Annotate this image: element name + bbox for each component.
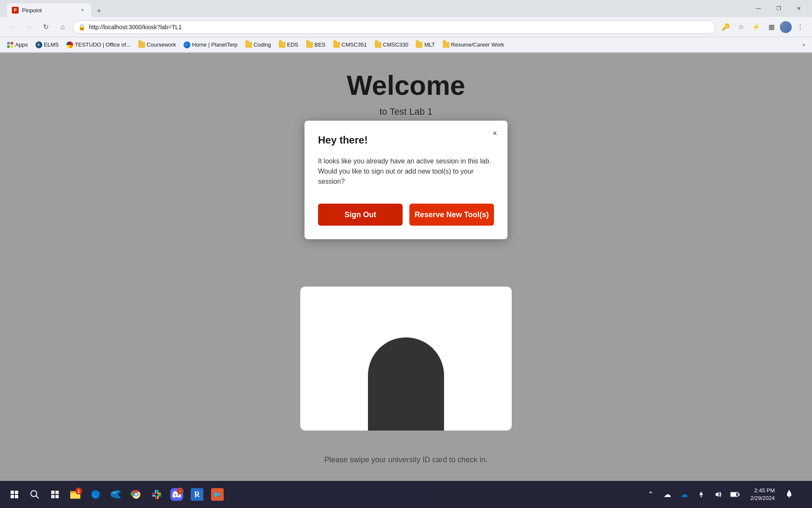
chrome-button[interactable] [127,485,145,504]
cmsc351-folder-icon [333,42,340,48]
extensions-icon[interactable]: ⚡ [749,20,763,34]
slack-button[interactable] [147,485,166,504]
chrome-icon [130,489,142,500]
security-icon: 🔒 [78,24,85,30]
coursework-folder-icon [138,42,145,48]
svg-line-5 [36,496,38,498]
bookmarks-more-button[interactable]: » [799,40,809,50]
discord-badge: 🔕 [177,488,184,494]
bookmark-cmsc351-label: CMSC351 [342,41,367,48]
system-clock[interactable]: 2:45 PM 2/29/2024 [747,485,778,504]
svg-rect-8 [51,495,55,498]
show-desktop-button[interactable] [800,485,807,504]
bookmark-resume[interactable]: Resume/Career Work [439,40,508,50]
svg-rect-25 [152,495,156,497]
mlt-folder-icon [416,42,422,48]
tab-close-button[interactable]: × [79,6,86,14]
back-button[interactable]: ← [5,20,19,34]
modal-dialog: × Hey there! It looks like you already h… [304,121,508,239]
vscode-icon [110,489,122,500]
split-view-icon[interactable]: ▦ [765,20,778,34]
bookmark-planetterp[interactable]: Home | PlanetTerp [180,40,241,50]
modal-buttons: Sign Out Reserve New Tool(s) [318,204,494,226]
bookmarks-bar: Apps E ELMS TESTUDO | Office of... Cours… [0,37,812,52]
bookmark-coding[interactable]: Coding [242,40,274,50]
taskbar-search-button[interactable] [25,485,44,504]
coding-folder-icon [245,42,252,48]
start-button[interactable] [5,485,24,504]
bookmark-apps[interactable]: Apps [3,40,31,50]
edge-icon [90,489,102,500]
sign-out-button[interactable]: Sign Out [318,204,403,226]
svg-point-33 [788,490,790,492]
notification-button[interactable] [780,485,798,504]
bookmark-testudo-label: TESTUDO | Office of... [75,41,131,48]
password-icon[interactable]: 🔑 [719,20,732,34]
url-display: http://localhost:3000/kiosk?lab=TL1 [89,24,710,30]
clock-time: 2:45 PM [750,487,775,494]
menu-button[interactable]: ⋮ [793,20,807,34]
task-view-button[interactable] [46,485,64,504]
svg-rect-12 [70,491,74,493]
reserve-tools-button[interactable]: Reserve New Tool(s) [409,204,494,226]
new-tab-button[interactable]: + [93,5,105,17]
battery-icon[interactable] [728,488,742,501]
network-icon[interactable] [694,488,708,501]
reload-button[interactable]: ↻ [39,20,52,34]
window-controls: — ❐ ✕ [749,2,809,15]
discord-button[interactable]: 🔕 [167,485,186,504]
bookmark-bes-label: BES [315,41,326,48]
testudo-favicon [66,41,73,48]
r-button[interactable]: R [188,485,206,504]
svg-rect-9 [55,495,59,498]
bookmark-bes[interactable]: BES [303,40,329,50]
bookmark-coursework[interactable]: Coursework [135,40,179,50]
file-explorer-button[interactable]: 1 [66,485,85,504]
title-bar: P Pinpoint × + — ❐ ✕ [0,0,812,17]
bookmark-apps-label: Apps [15,41,28,48]
vscode-button[interactable] [107,485,125,504]
bookmark-planetterp-label: Home | PlanetTerp [192,41,237,48]
start-icon [11,491,18,498]
bookmark-testudo[interactable]: TESTUDO | Office of... [63,40,134,50]
bes-folder-icon [306,42,313,48]
cloud-icon[interactable]: ☁ [661,488,674,501]
r-icon: R [191,488,203,501]
volume-icon[interactable] [711,488,725,501]
svg-marker-29 [716,492,719,497]
modal-body: It looks like you already have an active… [318,156,494,187]
bookmark-cmsc351[interactable]: CMSC351 [330,40,370,50]
forward-button[interactable]: → [22,20,36,34]
bookmark-cmsc330-label: CMSC330 [383,41,409,48]
bookmark-eds[interactable]: EDS [275,40,302,50]
onedrive-icon[interactable]: ☁ [678,488,691,501]
bookmark-cmsc330[interactable]: CMSC330 [371,40,412,50]
bookmark-star-icon[interactable]: ☆ [734,20,748,34]
expand-tray-icon[interactable]: ⌃ [644,488,657,501]
duck-icon: 🐦 [211,488,224,501]
slack-icon [151,489,162,500]
close-button[interactable]: ✕ [789,2,809,15]
cmsc330-folder-icon [375,42,381,48]
profile-avatar[interactable] [780,21,792,33]
duckduckgo-button[interactable]: 🐦 [208,485,227,504]
bookmark-elms-label: ELMS [44,41,59,48]
bookmark-elms[interactable]: E ELMS [32,40,62,50]
svg-rect-7 [55,491,59,494]
minimize-button[interactable]: — [749,2,768,15]
bookmark-eds-label: EDS [287,41,299,48]
restore-button[interactable]: ❐ [769,2,788,15]
svg-rect-27 [157,495,161,497]
task-view-icon [50,490,60,499]
svg-rect-31 [731,493,736,496]
active-tab[interactable]: P Pinpoint × [7,3,91,17]
page-content: Welcome to Test Lab 1 Please swipe your … [0,53,812,481]
address-bar[interactable]: 🔒 http://localhost:3000/kiosk?lab=TL1 [73,20,716,34]
navigation-bar: ← → ↻ ⌂ 🔒 http://localhost:3000/kiosk?la… [0,17,812,37]
bookmark-mlt[interactable]: MLT [412,40,438,50]
modal-close-button[interactable]: × [489,127,501,139]
edge-button[interactable] [86,485,105,504]
bookmark-coursework-label: Coursework [147,41,176,48]
home-button[interactable]: ⌂ [56,20,69,34]
system-tray: ⌃ ☁ ☁ [640,488,745,501]
